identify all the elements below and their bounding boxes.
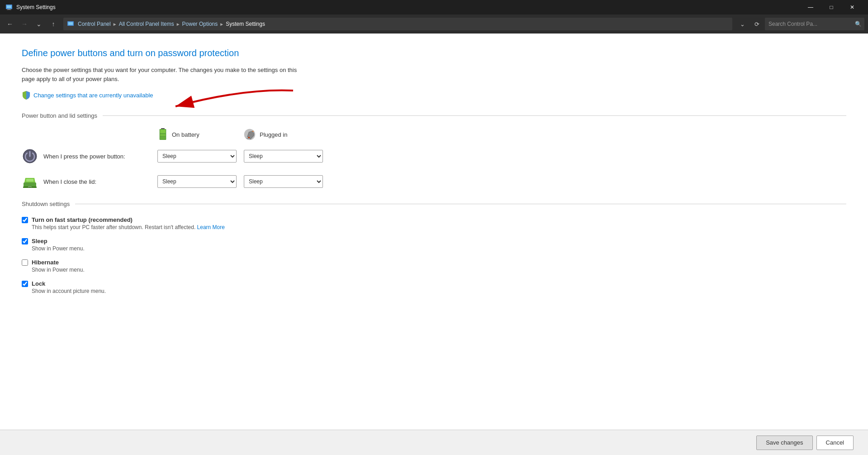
hibernate-checkbox[interactable] [22,259,28,266]
learn-more-link[interactable]: Learn More [197,224,225,230]
fast-startup-checkbox[interactable] [22,217,28,223]
maximize-button[interactable]: □ [821,0,842,14]
lock-label[interactable]: Lock [22,280,846,287]
power-button-plugged-select[interactable]: Sleep Do nothing Hibernate Shut down Tur… [244,150,323,163]
section-divider [103,115,846,116]
fast-startup-label[interactable]: Turn on fast startup (recommended) [22,216,846,223]
fast-startup-sublabel: This helps start your PC faster after sh… [32,224,846,230]
hibernate-sublabel: Show in Power menu. [32,267,846,273]
address-dropdown-button[interactable]: ⌄ [736,18,749,30]
hibernate-label[interactable]: Hibernate [22,259,846,266]
column-headers: On battery Plugged in [157,128,846,141]
cancel-button[interactable]: Cancel [816,436,854,450]
window-controls: — □ ✕ [800,0,863,14]
forward-button[interactable]: → [18,18,31,30]
lock-checkbox[interactable] [22,281,28,287]
shutdown-section-title: Shutdown settings [22,201,70,207]
breadcrumb-app-icon [67,20,74,28]
power-button-row: When I press the power button: Sleep Do … [22,148,846,164]
refresh-button[interactable]: ⟳ [750,18,763,30]
breadcrumb-item-3[interactable]: Power Options [182,21,218,27]
lid-icon [22,173,38,190]
battery-column-header: On battery [157,128,243,141]
svg-rect-11 [160,137,166,139]
breadcrumb: Control Panel ► All Control Panel Items … [63,18,732,30]
battery-icon [157,128,168,141]
search-wrapper: 🔍 [765,18,864,30]
breadcrumb-item-1[interactable]: Control Panel [78,21,111,27]
lock-sublabel: Show in account picture menu. [32,288,846,294]
title-bar: System Settings — □ ✕ [0,0,868,14]
breadcrumb-sep-1: ► [113,22,117,27]
address-bar: ← → ⌄ ↑ Control Panel ► All Control Pane… [0,14,868,34]
svg-rect-16 [26,179,33,182]
window-title: System Settings [16,4,800,10]
sleep-checkbox[interactable] [22,238,28,244]
breadcrumb-item-2[interactable]: All Control Panel Items [119,21,174,27]
breadcrumb-sep-2: ► [176,22,180,27]
svg-rect-3 [7,10,11,10]
power-button-section-header: Power button and lid settings [22,112,846,119]
app-icon [5,4,13,11]
power-button-label: When I press the power button: [43,153,157,160]
back-button[interactable]: ← [4,18,16,30]
plug-icon [243,128,256,141]
power-button-section-title: Power button and lid settings [22,112,97,119]
breadcrumb-item-4: System Settings [226,21,265,27]
svg-rect-7 [161,128,165,129]
bottom-bar: Save changes Cancel [0,430,868,455]
sleep-label[interactable]: Sleep [22,238,846,244]
page-title: Define power buttons and turn on passwor… [22,48,846,58]
lid-close-label: When I close the lid: [43,178,157,185]
search-input[interactable] [765,18,864,30]
sleep-row: Sleep Show in Power menu. [22,238,846,252]
svg-rect-10 [160,134,166,136]
shutdown-section-divider [75,204,846,204]
save-changes-button[interactable]: Save changes [756,436,812,450]
svg-rect-9 [160,129,166,133]
fast-startup-row: Turn on fast startup (recommended) This … [22,216,846,230]
sleep-sublabel: Show in Power menu. [32,245,846,252]
breadcrumb-sep-3: ► [219,22,224,27]
power-button-battery-select[interactable]: Sleep Do nothing Hibernate Shut down Tur… [157,150,237,163]
power-button-icon [22,148,38,164]
page-description: Choose the power settings that you want … [22,66,846,83]
lock-row: Lock Show in account picture menu. [22,280,846,294]
main-content: Define power buttons and turn on passwor… [0,34,868,455]
shutdown-section-header: Shutdown settings [22,201,846,207]
hibernate-row: Hibernate Show in Power menu. [22,259,846,273]
lid-plugged-select[interactable]: Sleep Do nothing Hibernate Shut down Tur… [244,175,323,188]
svg-rect-5 [68,22,73,25]
lid-battery-select[interactable]: Sleep Do nothing Hibernate Shut down Tur… [157,175,237,188]
minimize-button[interactable]: — [800,0,821,14]
close-button[interactable]: ✕ [842,0,863,14]
plugged-column-header: Plugged in [243,128,329,141]
change-settings-link[interactable]: Change settings that are currently unava… [22,91,846,100]
shield-uac-icon [22,91,31,100]
svg-rect-1 [7,5,11,8]
dropdown-recent-button[interactable]: ⌄ [33,18,45,30]
up-button[interactable]: ↑ [47,18,60,30]
lid-close-row: When I close the lid: Sleep Do nothing H… [22,173,846,190]
